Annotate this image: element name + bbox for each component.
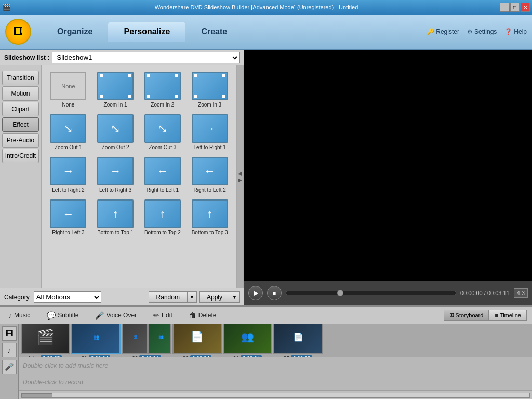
apply-button[interactable]: Apply: [199, 291, 230, 303]
slide-3-image: 📄: [174, 324, 221, 353]
film-icon[interactable]: 🎞: [2, 326, 17, 341]
slide-02-label: 02: [132, 356, 138, 357]
play-button[interactable]: ▶: [248, 286, 263, 300]
motion-zoom-in-3[interactable]: Zoom In 3: [187, 70, 232, 110]
left-panel: Slideshow list : Slideshow1 Transition M…: [0, 50, 244, 305]
pre-audio-button[interactable]: Pre-Audio: [2, 133, 39, 148]
category-label: Category: [4, 294, 30, 301]
motion-btt-3[interactable]: ↑ Bottom to Top 3: [187, 197, 232, 238]
slide-2b-image: 👥: [149, 324, 171, 353]
effect-button[interactable]: Effect: [2, 117, 39, 132]
zoom-out-icon-1: ⤡: [63, 122, 73, 136]
titlebar: 🎬 Wondershare DVD Slideshow Builder [Adv…: [0, 0, 532, 15]
random-dropdown-arrow[interactable]: ▼: [188, 291, 197, 303]
story-item-intro[interactable]: 🎬 intro 0:00:05: [21, 324, 70, 357]
record-side-icon[interactable]: 🎤: [2, 360, 17, 374]
motion-btt-1[interactable]: ↑ Bottom to Top 1: [93, 197, 138, 238]
panel-content: Transition Motion Clipart Effect Pre-Aud…: [0, 65, 244, 288]
horizontal-scrollbar[interactable]: [19, 391, 532, 399]
motion-button[interactable]: Motion: [2, 86, 39, 101]
help-button[interactable]: ❓ Help: [504, 28, 527, 35]
voice-over-button[interactable]: 🎤 Voice Over: [92, 310, 140, 321]
motion-none[interactable]: None None: [46, 70, 91, 110]
motion-thumb-rtl-3: ←: [50, 200, 86, 228]
motion-rtl-1[interactable]: ← Right to Left 1: [140, 155, 185, 195]
story-item-03[interactable]: 📄 03 0:00:04: [172, 324, 222, 357]
edit-icon: ✏: [153, 311, 159, 320]
scroll-thumb[interactable]: [21, 393, 52, 397]
arrow-up-icon-2: ↑: [159, 207, 165, 221]
minimize-button[interactable]: —: [500, 3, 509, 12]
music-button[interactable]: ♪ Music: [5, 310, 33, 321]
story-item-05[interactable]: 📄 05 0:00:02: [273, 324, 323, 357]
record-row[interactable]: Double-click to record: [19, 374, 532, 391]
clipart-button[interactable]: Clipart: [2, 102, 39, 116]
close-button[interactable]: ✕: [521, 3, 530, 12]
arrow-right-icon-1: →: [204, 122, 216, 136]
slideshow-select[interactable]: Slideshow1: [52, 52, 240, 63]
slide-2a-image: 👤: [123, 324, 148, 353]
motion-label-zoom-out-2: Zoom Out 2: [102, 144, 129, 151]
tab-personalize[interactable]: Personalize: [108, 22, 185, 42]
time-display: 00:00:00 / 00:03:11: [460, 290, 510, 296]
edit-button[interactable]: ✏ Edit: [150, 310, 176, 321]
motion-thumb-zoom-out-2: ⤡: [97, 114, 134, 143]
intro-credit-button[interactable]: Intro/Credit: [2, 149, 39, 163]
delete-button[interactable]: 🗑 Delete: [186, 310, 220, 321]
transition-button[interactable]: Transition: [2, 71, 39, 85]
motion-grid-area[interactable]: None None Zoom In 1: [42, 65, 236, 288]
motion-zoom-out-1[interactable]: ⤡ Zoom Out 1: [46, 112, 91, 153]
progress-thumb[interactable]: [337, 290, 343, 296]
music-side-icon[interactable]: ♪: [2, 343, 17, 357]
bottom-toolbar: ♪ Music 💬 Subtitle 🎤 Voice Over ✏ Edit 🗑…: [0, 307, 532, 324]
storyboard-area[interactable]: 🎬 intro 0:00:05 👥: [19, 324, 532, 357]
apply-dropdown-arrow[interactable]: ▼: [230, 291, 240, 303]
progress-bar[interactable]: [286, 291, 456, 295]
register-button[interactable]: 🔑 Register: [427, 28, 459, 35]
slide-02-time: 0:00:04: [139, 355, 161, 357]
arrow-left-icon-1: ←: [157, 165, 168, 178]
subtitle-icon: 💬: [47, 311, 56, 320]
storyboard-icon: ⊞: [449, 312, 454, 318]
story-item-04[interactable]: 👥 04 0:00:04: [223, 324, 272, 357]
stop-button[interactable]: ■: [267, 286, 282, 300]
tab-create[interactable]: Create: [185, 22, 243, 42]
expand-left-icon: ◀: [238, 170, 242, 176]
motion-zoom-out-3[interactable]: ⤡ Zoom Out 3: [140, 112, 185, 153]
story-item-01[interactable]: 👥 01 0:00:04: [71, 324, 121, 357]
scroll-track[interactable]: [21, 393, 530, 398]
motion-rtl-2[interactable]: ← Right to Left 2: [187, 155, 232, 195]
motion-ltr-1[interactable]: → Left to Right 1: [187, 112, 232, 153]
main-area: Slideshow list : Slideshow1 Transition M…: [0, 50, 532, 305]
motion-label-btt-2: Bottom to Top 2: [144, 230, 181, 236]
story-thumb-03: 📄: [172, 324, 222, 354]
subtitle-button[interactable]: 💬 Subtitle: [44, 310, 82, 321]
motion-ltr-2[interactable]: → Left to Right 2: [46, 155, 91, 195]
motion-ltr-3[interactable]: → Left to Right 3: [93, 155, 138, 195]
motion-zoom-in-2[interactable]: Zoom In 2: [140, 70, 185, 110]
preview-area: [244, 50, 532, 281]
motion-zoom-out-2[interactable]: ⤡ Zoom Out 2: [93, 112, 138, 153]
motion-thumb-btt-2: ↑: [144, 200, 181, 228]
story-thumb-02b: 👥: [148, 324, 171, 354]
category-select[interactable]: All Motions: [34, 291, 101, 303]
panel-expand-button[interactable]: ◀ ▶: [236, 65, 244, 288]
story-item-02[interactable]: 👤 👥 02 0:00:04: [122, 324, 171, 357]
timeline-view-button[interactable]: ≡ Timeline: [489, 310, 527, 321]
settings-button[interactable]: ⚙ Settings: [467, 28, 497, 35]
random-button[interactable]: Random: [149, 291, 188, 303]
music-row[interactable]: Double-click to add music here: [19, 357, 532, 374]
audio-rows: Double-click to add music here Double-cl…: [19, 357, 532, 391]
motion-thumb-ltr-3: →: [97, 157, 134, 185]
tab-organize[interactable]: Organize: [42, 22, 108, 42]
maximize-button[interactable]: □: [510, 3, 520, 12]
motion-label-ltr-2: Left to Right 2: [52, 187, 84, 193]
storyboard-view-button[interactable]: ⊞ Storyboard: [444, 310, 489, 321]
slide-1-image: 👥: [72, 324, 119, 353]
arrow-left-icon-3: ←: [62, 207, 74, 221]
motion-rtl-3[interactable]: ← Right to Left 3: [46, 197, 91, 238]
motion-zoom-in-1[interactable]: Zoom In 1: [93, 70, 138, 110]
motion-btt-2[interactable]: ↑ Bottom to Top 2: [140, 197, 185, 238]
arrow-right-icon-3: →: [110, 165, 121, 178]
aspect-ratio-badge: 4:3: [514, 288, 528, 298]
